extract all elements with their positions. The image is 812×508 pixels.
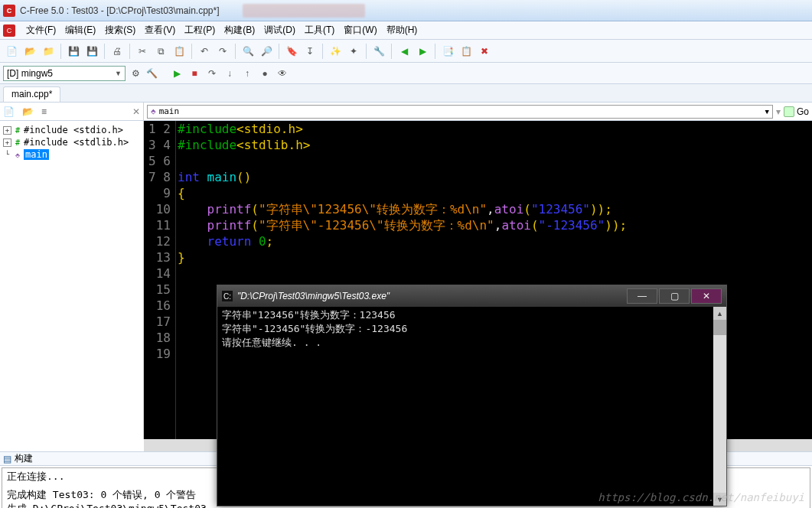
step-into-button[interactable]: ↓	[222, 66, 237, 81]
console-window[interactable]: C: "D:\CProj\Test03\mingw5\Test03.exe" —…	[217, 285, 727, 506]
copy-button[interactable]: ⧉	[152, 43, 169, 60]
console-title: "D:\CProj\Test03\mingw5\Test03.exe"	[237, 291, 625, 301]
symbol-tree[interactable]: + # #include <stdio.h> + # #include <std…	[0, 121, 143, 164]
separator: ▾	[776, 106, 781, 117]
undo-button[interactable]: ↶	[196, 43, 213, 60]
watch-button[interactable]: 👁	[275, 66, 290, 81]
separator	[191, 44, 192, 59]
separator	[60, 44, 61, 59]
symbol-view-icon[interactable]: ≡	[41, 106, 47, 117]
separator	[104, 44, 105, 59]
wand2-button[interactable]: ✦	[345, 43, 362, 60]
separator	[366, 44, 367, 59]
forward-button[interactable]: ▶	[414, 43, 431, 60]
step-out-button[interactable]: ↑	[240, 66, 255, 81]
line-gutter: 1 2 3 4 5 6 7 8 9 10 11 12 13 14 15 16 1…	[144, 121, 176, 439]
expand-icon[interactable]: +	[3, 126, 11, 135]
print-button[interactable]: 🖨	[109, 43, 126, 60]
dropdown-icon: ▼	[115, 70, 122, 77]
run-button[interactable]: ▶	[169, 66, 184, 81]
func-icon: ⬘	[151, 106, 156, 116]
tab-main-cpp[interactable]: main.cpp*	[3, 86, 60, 102]
compiler-select[interactable]: [D] mingw5 ▼	[3, 66, 126, 81]
menu-view[interactable]: 查看(V)	[140, 22, 180, 38]
wand-button[interactable]: ✨	[327, 43, 344, 60]
menu-file[interactable]: 文件(F)	[21, 22, 60, 38]
menu-build[interactable]: 构建(B)	[220, 22, 259, 38]
class-view-icon[interactable]: 📂	[22, 106, 34, 117]
go-icon	[784, 106, 794, 117]
breakpoint-button[interactable]: ●	[257, 66, 272, 81]
find-in-files-button[interactable]: 🔎	[258, 43, 275, 60]
close-button[interactable]: ✕	[691, 288, 722, 304]
compile-icon[interactable]: ⚙	[129, 67, 142, 80]
tree-node-include2[interactable]: + # #include <stdlib.h>	[3, 136, 140, 148]
menu-debug[interactable]: 调试(D)	[259, 22, 300, 38]
leaf-icon: └	[3, 151, 11, 159]
go-label: Go	[797, 106, 809, 117]
build-icon: ▤	[3, 454, 11, 464]
compiler-label: [D] mingw5	[7, 68, 53, 79]
leftpane-tabs: 📄 📂 ≡ ✕	[0, 103, 143, 121]
maximize-button[interactable]: ▢	[659, 288, 690, 304]
bookmark-button[interactable]: 🔖	[283, 43, 300, 60]
class-view-pane: 📄 📂 ≡ ✕ + # #include <stdio.h> + # #incl…	[0, 103, 144, 439]
compiler-toolbar: [D] mingw5 ▼ ⚙ 🔨 ▶ ■ ↷ ↓ ↑ ● 👁	[0, 63, 812, 84]
hash-icon: #	[13, 138, 22, 147]
find-button[interactable]: 🔍	[240, 43, 256, 60]
tree-node-include1[interactable]: + # #include <stdio.h>	[3, 124, 140, 136]
expand-icon[interactable]: +	[3, 138, 11, 147]
console-titlebar[interactable]: C: "D:\CProj\Test03\mingw5\Test03.exe" —…	[217, 285, 726, 307]
stop-button[interactable]: ■	[187, 66, 202, 81]
save-button[interactable]: 💾	[65, 43, 82, 60]
separator	[129, 44, 130, 59]
build-icon[interactable]: 🔨	[145, 67, 158, 80]
menu-edit[interactable]: 编辑(E)	[60, 22, 100, 38]
step-over-button[interactable]: ↷	[204, 66, 220, 81]
dropdown-icon: ▼	[765, 108, 769, 116]
editor-tabstrip: main.cpp*	[0, 84, 812, 103]
separator	[322, 44, 323, 59]
tree-label-selected: main	[24, 149, 49, 160]
menu-project[interactable]: 工程(P)	[180, 22, 220, 38]
open-project-button[interactable]: 📁	[40, 43, 57, 60]
close-pane-icon[interactable]: ✕	[132, 106, 140, 117]
separator	[235, 44, 236, 59]
save-all-button[interactable]: 💾	[83, 43, 100, 60]
file-view-icon[interactable]: 📄	[3, 106, 15, 117]
console-scrollbar[interactable]: ▲ ▼	[713, 307, 726, 506]
symbol-button[interactable]: 📋	[458, 43, 474, 60]
scroll-thumb[interactable]	[713, 320, 726, 335]
go-button[interactable]: Go	[784, 106, 809, 117]
bookmark-next-button[interactable]: ↧	[302, 43, 318, 60]
class-button[interactable]: 📑	[439, 43, 456, 60]
background-tab	[243, 4, 365, 18]
window-titlebar: C C-Free 5.0 : Test03 - [D:\CProj\Test03…	[0, 0, 812, 21]
window-title: C-Free 5.0 : Test03 - [D:\CProj\Test03\m…	[20, 5, 220, 16]
menu-bar: C 文件(F) 编辑(E) 搜索(S) 查看(V) 工程(P) 构建(B) 调试…	[0, 21, 812, 40]
console-output[interactable]: 字符串"123456"转换为数字：123456 字符串"-123456"转换为数…	[217, 307, 713, 506]
wrench-button[interactable]: 🔧	[370, 43, 387, 60]
tree-label: #include <stdlib.h>	[24, 137, 129, 148]
cut-button[interactable]: ✂	[134, 43, 151, 60]
scroll-up-icon[interactable]: ▲	[713, 307, 726, 320]
minimize-button[interactable]: —	[627, 288, 657, 304]
menu-window[interactable]: 窗口(W)	[339, 22, 381, 38]
function-select[interactable]: ⬘main ▼	[147, 105, 773, 119]
tree-label: #include <stdio.h>	[24, 125, 123, 135]
paste-button[interactable]: 📋	[171, 43, 188, 60]
new-file-button[interactable]: 📄	[3, 43, 20, 60]
open-button[interactable]: 📂	[21, 43, 38, 60]
tree-node-main[interactable]: └ ⬘ main	[3, 148, 140, 161]
app-icon: C	[3, 5, 15, 17]
menu-tools[interactable]: 工具(T)	[300, 22, 339, 38]
back-button[interactable]: ◀	[396, 43, 413, 60]
menu-search[interactable]: 搜索(S)	[100, 22, 140, 38]
redo-button[interactable]: ↷	[214, 43, 231, 60]
cancel-button[interactable]: ✖	[476, 43, 493, 60]
function-nav-bar: ⬘main ▼ ▾ Go	[144, 103, 812, 121]
separator	[391, 44, 392, 59]
main-toolbar: 📄 📂 📁 💾 💾 🖨 ✂ ⧉ 📋 ↶ ↷ 🔍 🔎 🔖 ↧ ✨ ✦ 🔧 ◀ ▶ …	[0, 40, 812, 63]
func-label: main	[159, 106, 180, 116]
menu-help[interactable]: 帮助(H)	[382, 22, 422, 38]
